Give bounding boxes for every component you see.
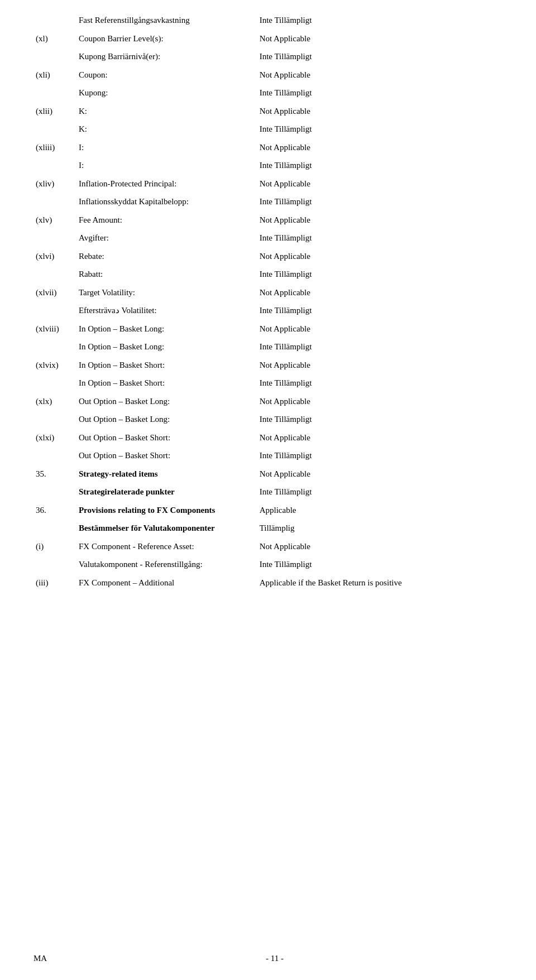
row-label: Out Option – Basket Short: <box>76 429 257 447</box>
table-row: (xli)Coupon:Not Applicable <box>34 66 502 84</box>
row-value: Not Applicable <box>257 30 502 48</box>
row-index: (xliv) <box>34 175 76 193</box>
row-label: I: <box>76 138 257 157</box>
row-index: 35. <box>34 465 76 483</box>
row-value: Applicable if the Basket Return is posit… <box>257 574 502 592</box>
row-value: Not Applicable <box>257 537 502 556</box>
row-label: Rabatt: <box>76 265 257 284</box>
row-index <box>34 483 76 501</box>
table-row: (xlii)K:Not Applicable <box>34 102 502 121</box>
row-label: Strategirelaterade punkter <box>76 483 257 501</box>
row-index <box>34 156 76 175</box>
row-index: (xlii) <box>34 102 76 121</box>
footer: MA - 11 - <box>0 954 536 963</box>
row-label: K: <box>76 120 257 138</box>
table-row: K:Inte Tillämpligt <box>34 120 502 138</box>
table-row: (xlvi)Rebate:Not Applicable <box>34 247 502 266</box>
row-label: Out Option – Basket Long: <box>76 392 257 411</box>
row-value: Inte Tillämpligt <box>257 47 502 66</box>
row-value: Not Applicable <box>257 138 502 157</box>
table-row: Kupong Barriärnivå(er):Inte Tillämpligt <box>34 47 502 66</box>
row-value: Inte Tillämpligt <box>257 410 502 429</box>
row-index: (xlvii) <box>34 284 76 302</box>
row-value: Not Applicable <box>257 320 502 338</box>
row-index: (xlv) <box>34 211 76 229</box>
row-value: Inte Tillämpligt <box>257 265 502 284</box>
row-value: Inte Tillämpligt <box>257 338 502 356</box>
table-row: (xlxi)Out Option – Basket Short:Not Appl… <box>34 429 502 447</box>
row-value: Not Applicable <box>257 429 502 447</box>
row-value: Inte Tillämpligt <box>257 301 502 320</box>
row-label: Out Option – Basket Long: <box>76 410 257 429</box>
row-value: Not Applicable <box>257 102 502 121</box>
row-label: Target Volatility: <box>76 284 257 302</box>
row-value: Applicable <box>257 501 502 520</box>
footer-center: - 11 - <box>266 954 284 963</box>
footer-left: MA <box>34 954 47 963</box>
table-row: Bestämmelser för ValutakomponenterTilläm… <box>34 519 502 537</box>
row-label: Fee Amount: <box>76 211 257 229</box>
table-row: Out Option – Basket Short:Inte Tillämpli… <box>34 446 502 465</box>
row-index <box>34 555 76 574</box>
table-row: (xlx)Out Option – Basket Long:Not Applic… <box>34 392 502 411</box>
table-row: Eftersträvaد Volatilitet:Inte Tillämplig… <box>34 301 502 320</box>
row-label: I: <box>76 156 257 175</box>
table-row: (iii)FX Component – AdditionalApplicable… <box>34 574 502 592</box>
row-label: FX Component – Additional <box>76 574 257 592</box>
main-table: Fast ReferenstillgångsavkastningInte Til… <box>34 11 502 592</box>
table-row: Valutakomponent - Referenstillgång:Inte … <box>34 555 502 574</box>
row-index: (xliii) <box>34 138 76 157</box>
row-value: Inte Tillämpligt <box>257 446 502 465</box>
row-index <box>34 11 76 30</box>
row-value: Inte Tillämpligt <box>257 84 502 102</box>
row-index <box>34 265 76 284</box>
row-index <box>34 374 76 392</box>
row-value: Inte Tillämpligt <box>257 156 502 175</box>
row-value: Inte Tillämpligt <box>257 374 502 392</box>
row-label: Valutakomponent - Referenstillgång: <box>76 555 257 574</box>
row-index <box>34 301 76 320</box>
row-index: 36. <box>34 501 76 520</box>
row-index <box>34 47 76 66</box>
row-label: Strategy-related items <box>76 465 257 483</box>
table-row: (i)FX Component - Reference Asset:Not Ap… <box>34 537 502 556</box>
row-label: Avgifter: <box>76 229 257 247</box>
table-row: Inflationsskyddat Kapitalbelopp:Inte Til… <box>34 193 502 211</box>
table-row: (xliii)I:Not Applicable <box>34 138 502 157</box>
row-index <box>34 229 76 247</box>
row-value: Inte Tillämpligt <box>257 229 502 247</box>
row-index: (xlx) <box>34 392 76 411</box>
row-label: Coupon: <box>76 66 257 84</box>
row-index <box>34 84 76 102</box>
table-row: (xlvii)Target Volatility:Not Applicable <box>34 284 502 302</box>
row-label: Kupong Barriärnivå(er): <box>76 47 257 66</box>
table-row: (xliv)Inflation-Protected Principal:Not … <box>34 175 502 193</box>
table-row: 36.Provisions relating to FX ComponentsA… <box>34 501 502 520</box>
row-value: Not Applicable <box>257 211 502 229</box>
row-index <box>34 120 76 138</box>
row-value: Inte Tillämpligt <box>257 120 502 138</box>
table-row: (xl)Coupon Barrier Level(s):Not Applicab… <box>34 30 502 48</box>
row-index <box>34 519 76 537</box>
row-value: Tillämplig <box>257 519 502 537</box>
row-label: Bestämmelser för Valutakomponenter <box>76 519 257 537</box>
row-index: (xlviii) <box>34 320 76 338</box>
row-label: Coupon Barrier Level(s): <box>76 30 257 48</box>
row-index: (iii) <box>34 574 76 592</box>
row-label: K: <box>76 102 257 121</box>
row-index: (i) <box>34 537 76 556</box>
row-index: (xlvi) <box>34 247 76 266</box>
row-value: Not Applicable <box>257 465 502 483</box>
row-label: In Option – Basket Short: <box>76 374 257 392</box>
row-index: (xlvix) <box>34 356 76 374</box>
table-row: (xlvix)In Option – Basket Short:Not Appl… <box>34 356 502 374</box>
table-row: I:Inte Tillämpligt <box>34 156 502 175</box>
table-row: (xlv)Fee Amount:Not Applicable <box>34 211 502 229</box>
table-row: Strategirelaterade punkterInte Tillämpli… <box>34 483 502 501</box>
row-index <box>34 446 76 465</box>
row-label: Rebate: <box>76 247 257 266</box>
table-row: Kupong:Inte Tillämpligt <box>34 84 502 102</box>
row-index <box>34 410 76 429</box>
row-label: Fast Referenstillgångsavkastning <box>76 11 257 30</box>
row-label: In Option – Basket Short: <box>76 356 257 374</box>
